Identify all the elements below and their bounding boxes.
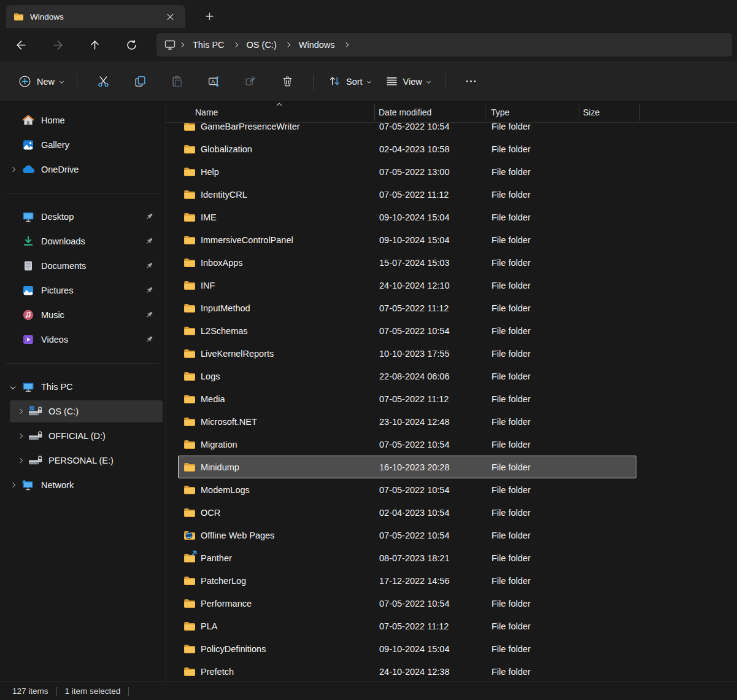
breadcrumb-item[interactable]: Windows bbox=[293, 37, 341, 52]
sidebar-item-gallery[interactable]: Gallery bbox=[2, 134, 163, 156]
chevron-icon[interactable] bbox=[6, 119, 20, 122]
chevron-right-icon[interactable] bbox=[14, 459, 27, 462]
chevron-right-icon[interactable] bbox=[176, 43, 187, 47]
file-type: File folder bbox=[492, 621, 584, 631]
chevron-icon[interactable] bbox=[6, 143, 20, 147]
chevron-right-icon[interactable] bbox=[230, 43, 241, 47]
downloads-icon bbox=[21, 235, 36, 247]
up-button[interactable] bbox=[82, 34, 107, 56]
file-date-modified: 24-10-2024 12:10 bbox=[379, 281, 492, 290]
chevron-down-icon[interactable] bbox=[6, 385, 20, 389]
file-row[interactable]: Offline Web Pages 07-05-2022 10:54 File … bbox=[178, 524, 636, 546]
file-row[interactable]: Panther 08-07-2023 18:21 File folder bbox=[178, 546, 636, 569]
sort-button[interactable]: Sort bbox=[321, 70, 378, 93]
sidebar-item-onedrive[interactable]: OneDrive bbox=[2, 158, 163, 181]
file-name: ModemLogs bbox=[196, 485, 379, 495]
column-header-size[interactable]: Size bbox=[583, 107, 600, 117]
tab-close-button[interactable] bbox=[162, 9, 178, 25]
sidebar-item-personal-e[interactable]: PERSONAL (E:) bbox=[10, 449, 163, 472]
view-button[interactable]: View bbox=[378, 70, 438, 93]
file-row[interactable]: Globalization 02-04-2023 10:58 File fold… bbox=[178, 138, 636, 160]
file-row[interactable]: PatcherLog 17-12-2022 14:56 File folder bbox=[178, 569, 636, 592]
delete-button[interactable] bbox=[273, 69, 301, 94]
file-row[interactable]: LiveKernelReports 10-10-2023 17:55 File … bbox=[178, 342, 636, 365]
file-row[interactable]: Microsoft.NET 23-10-2024 12:48 File fold… bbox=[178, 410, 636, 433]
network-icon bbox=[21, 479, 36, 491]
chevron-right-icon[interactable] bbox=[6, 483, 20, 487]
chevron-icon[interactable] bbox=[6, 289, 20, 292]
column-divider[interactable] bbox=[485, 104, 485, 121]
chevron-right-icon[interactable] bbox=[282, 43, 293, 47]
share-button[interactable] bbox=[236, 69, 264, 94]
chevron-icon[interactable] bbox=[6, 215, 20, 219]
sidebar-item-this-pc[interactable]: This PC bbox=[2, 376, 163, 398]
column-header-type[interactable]: Type bbox=[491, 107, 509, 117]
file-type: File folder bbox=[492, 349, 584, 359]
sidebar-item-network[interactable]: Network bbox=[2, 474, 163, 496]
chevron-right-icon[interactable] bbox=[6, 168, 20, 171]
column-divider[interactable] bbox=[374, 104, 375, 121]
sort-ascending-caret-icon[interactable] bbox=[276, 102, 283, 107]
sidebar-item-downloads[interactable]: Downloads bbox=[2, 230, 163, 252]
sidebar-item-pictures[interactable]: Pictures bbox=[2, 279, 163, 301]
sidebar-item-videos[interactable]: Videos bbox=[2, 329, 163, 351]
file-row[interactable]: InputMethod 07-05-2022 11:12 File folder bbox=[178, 297, 636, 319]
column-header-name[interactable]: Name bbox=[195, 107, 218, 117]
file-row[interactable]: InboxApps 15-07-2024 15:03 File folder bbox=[178, 251, 636, 274]
file-row[interactable]: Minidump 16-10-2023 20:28 File folder bbox=[178, 456, 636, 478]
address-bar[interactable]: This PC OS (C:) Windows bbox=[156, 33, 732, 56]
file-row[interactable]: Performance 07-05-2022 10:54 File folder bbox=[178, 592, 636, 615]
column-divider[interactable] bbox=[639, 104, 640, 121]
file-row[interactable]: Migration 07-05-2022 10:54 File folder bbox=[178, 433, 636, 456]
sidebar-nav[interactable]: Home Gallery bbox=[0, 102, 166, 682]
chevron-icon[interactable] bbox=[6, 264, 20, 268]
file-row[interactable]: Logs 22-08-2024 06:06 File folder bbox=[178, 365, 636, 387]
rename-button[interactable]: A bbox=[199, 69, 228, 94]
chevron-right-icon[interactable] bbox=[14, 410, 27, 413]
chevron-icon[interactable] bbox=[6, 239, 20, 243]
folder-icon bbox=[183, 393, 196, 405]
sidebar-item-os-c[interactable]: OS (C:) bbox=[10, 400, 163, 422]
file-row[interactable]: Prefetch 24-10-2024 12:38 File folder bbox=[178, 660, 636, 682]
file-row[interactable]: ImmersiveControlPanel 09-10-2024 15:04 F… bbox=[178, 228, 636, 251]
sidebar-item-desktop[interactable]: Desktop bbox=[2, 206, 163, 228]
paste-button[interactable] bbox=[163, 69, 191, 94]
forward-button[interactable] bbox=[45, 34, 70, 56]
file-row[interactable]: INF 24-10-2024 12:10 File folder bbox=[178, 274, 636, 297]
chevron-right-icon[interactable] bbox=[14, 434, 27, 438]
file-name: PatcherLog bbox=[196, 576, 379, 586]
copy-button[interactable] bbox=[126, 69, 154, 94]
explorer-tab[interactable]: Windows bbox=[6, 5, 185, 28]
new-tab-button[interactable] bbox=[200, 7, 218, 25]
refresh-button[interactable] bbox=[119, 34, 144, 56]
cut-button[interactable] bbox=[89, 69, 117, 94]
file-row[interactable]: PLA 07-05-2022 11:12 File folder bbox=[178, 615, 636, 637]
file-type: File folder bbox=[492, 553, 584, 563]
file-row[interactable]: L2Schemas 07-05-2022 10:54 File folder bbox=[178, 319, 636, 342]
file-row[interactable]: ModemLogs 07-05-2022 10:54 File folder bbox=[178, 478, 636, 501]
more-options-button[interactable] bbox=[457, 69, 485, 94]
file-row[interactable]: IdentityCRL 07-05-2022 11:12 File folder bbox=[178, 183, 636, 206]
file-row[interactable]: OCR 02-04-2023 10:54 File folder bbox=[178, 501, 636, 524]
chevron-right-icon[interactable] bbox=[341, 43, 352, 47]
sidebar-item-music[interactable]: Music bbox=[2, 304, 163, 326]
sidebar-item-official-d[interactable]: OFFICIAL (D:) bbox=[10, 425, 163, 447]
chevron-icon[interactable] bbox=[6, 338, 20, 341]
folder-icon bbox=[183, 234, 196, 246]
file-row[interactable]: Help 07-05-2022 13:00 File folder bbox=[178, 160, 636, 183]
column-header-date-modified[interactable]: Date modified bbox=[379, 107, 431, 117]
chevron-icon[interactable] bbox=[6, 313, 20, 317]
file-pane[interactable]: Name Date modified Type Size bbox=[166, 102, 737, 682]
sidebar-item-documents[interactable]: Documents bbox=[2, 255, 163, 277]
items-count: 127 items bbox=[12, 686, 48, 696]
new-button[interactable]: New bbox=[12, 70, 69, 93]
column-divider[interactable] bbox=[579, 104, 579, 121]
breadcrumb-item[interactable]: This PC bbox=[187, 37, 230, 52]
file-row[interactable]: PolicyDefinitions 09-10-2024 15:04 File … bbox=[178, 637, 636, 660]
this-pc-monitor-icon[interactable] bbox=[164, 39, 176, 51]
file-row[interactable]: IME 09-10-2024 15:04 File folder bbox=[178, 206, 636, 228]
sidebar-item-home[interactable]: Home bbox=[2, 109, 163, 131]
back-button[interactable] bbox=[9, 34, 33, 56]
breadcrumb-item[interactable]: OS (C:) bbox=[241, 37, 282, 52]
file-row[interactable]: Media 07-05-2022 11:12 File folder bbox=[178, 387, 636, 410]
